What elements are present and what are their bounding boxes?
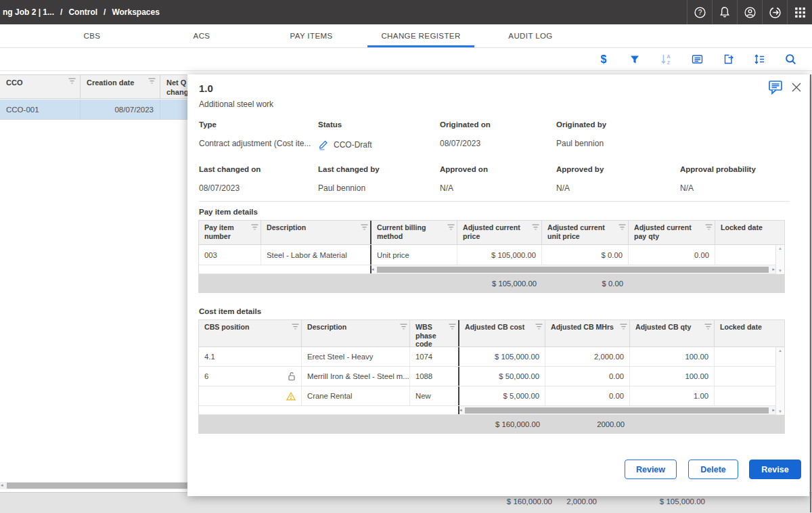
col-adjusted-cb-cost[interactable]: Adjusted CB cost [459,320,545,347]
field-value-originated-on: 08/07/2023 [440,139,480,148]
column-filter-icon[interactable] [535,324,543,330]
notifications-bell-icon[interactable] [712,0,737,24]
horizontal-scrollbar-thumb[interactable] [7,483,188,489]
close-icon[interactable] [791,82,802,95]
column-filter-icon[interactable] [449,324,456,330]
details-card-icon[interactable] [690,53,704,66]
column-filter-icon[interactable] [68,78,76,85]
scroll-left-arrow-icon[interactable]: ◂ [459,407,462,413]
change-detail-panel: 1.0 Additional steel work Type Status Or… [187,74,809,496]
sign-out-icon[interactable] [762,0,787,24]
tab-cbs[interactable]: CBS [37,24,147,47]
col-adjusted-cb-qty[interactable]: Adjusted CB qty [630,320,715,347]
column-header-net-qty-change[interactable]: Net Q chang [160,75,188,98]
pay-item-row[interactable]: 003 Steel - Labor & Material Unit price … [199,245,775,265]
horizontal-scrollbar[interactable]: ◂ [0,482,188,489]
breadcrumb-control[interactable]: Control [68,7,97,17]
cost-item-row[interactable]: Crane Rental New $ 5,000.00 0.00 1.00 [199,386,775,406]
column-filter-icon[interactable] [705,224,713,231]
edit-status-pencil-icon[interactable] [318,139,329,150]
field-label-approved-on: Approved on [440,165,488,173]
col-wbs-phase-code[interactable]: WBS phase code [410,320,459,347]
field-value-originated-by: Paul bennion [556,139,604,148]
scroll-down-arrow-icon[interactable]: ▼ [778,409,782,414]
scroll-right-arrow-icon[interactable]: ▸ [772,407,775,413]
column-filter-icon[interactable] [447,224,455,231]
tab-pay-items[interactable]: PAY ITEMS [256,24,366,47]
col-adjusted-current-price[interactable]: Adjusted current price [457,221,542,244]
pay-table-vertical-scrollbar[interactable]: ▲ ▼ [775,245,784,274]
pay-table-horizontal-scrollbar[interactable]: ◂ ▸ [371,265,775,273]
help-icon[interactable]: ? [687,0,712,24]
col-description[interactable]: Description [302,320,410,347]
col-adjusted-cb-mhrs[interactable]: Adjusted CB MHrs [545,320,630,347]
search-icon[interactable] [784,53,797,66]
cost-table-vertical-scrollbar[interactable]: ▲ ▼ [775,347,784,415]
comments-icon[interactable] [766,79,784,99]
total-adjusted-current-price: $ 105,000.00 [457,274,542,292]
cost-table-horizontal-scrollbar[interactable]: ◂ ▸ [459,406,775,414]
column-header-net-qty-change-label: Net Q chang [166,78,188,95]
vertical-scrollbar[interactable] [810,74,811,512]
row-height-icon[interactable] [752,53,766,66]
app-grid-icon[interactable] [787,0,812,24]
column-filter-icon[interactable] [400,324,407,330]
field-value-status: CCO-Draft [318,139,372,150]
scroll-down-arrow-icon[interactable]: ▼ [778,269,782,273]
tab-audit-log[interactable]: AUDIT LOG [476,24,585,47]
column-filter-icon[interactable] [620,324,627,330]
cell-cco: CCO-001 [0,99,81,119]
breadcrumb-project[interactable]: ng Job 2 | 1... [3,7,54,17]
filter-icon[interactable] [628,53,641,66]
column-filter-icon[interactable] [618,224,626,231]
scroll-up-arrow-icon[interactable]: ▲ [778,246,782,250]
cost-table-totals-row: $ 160,000.00 2000.00 [199,415,784,433]
register-row-cco-001[interactable]: CCO-001 08/07/2023 [0,99,188,120]
col-adjusted-current-pay-qty[interactable]: Adjusted current pay qty [629,221,715,244]
section-divider [199,201,790,202]
cell-adjusted-cb-qty: 1.00 [630,386,715,405]
column-filter-icon[interactable] [292,324,299,330]
column-filter-icon[interactable] [148,78,156,85]
tab-change-register[interactable]: CHANGE REGISTER [366,24,476,47]
scroll-left-arrow-icon[interactable]: ◂ [1,483,3,488]
cost-item-row[interactable]: 6 Merrill Iron & Steel - Steel m... 1088… [199,367,775,386]
column-header-creation-date-label: Creation date [87,78,134,95]
col-locked-date[interactable]: Locked date [715,221,775,244]
currency-toggle-icon[interactable]: $ [597,53,610,66]
scrollbar-thumb[interactable] [465,407,769,414]
cell-description: Crane Rental [302,386,410,405]
column-filter-icon[interactable] [251,224,258,231]
review-button[interactable]: Review [625,460,677,479]
account-icon[interactable] [737,0,762,24]
col-cbs-position[interactable]: CBS position [199,320,302,347]
col-description[interactable]: Description [261,221,371,244]
cost-item-row[interactable]: 4.1 Erect Steel - Heavy 1074 $ 105,000.0… [199,347,775,367]
column-filter-icon[interactable] [361,224,368,231]
field-label-approved-by: Approved by [556,165,604,173]
column-header-cco[interactable]: CCO [0,75,81,98]
scrollbar-thumb[interactable] [377,267,769,273]
col-adjusted-current-unit-price[interactable]: Adjusted current unit price [542,221,629,244]
export-icon[interactable] [721,53,735,66]
column-header-cco-label: CCO [6,78,22,95]
breadcrumb-workspaces[interactable]: Workspaces [112,7,159,17]
scroll-up-arrow-icon[interactable]: ▲ [778,349,782,353]
col-pay-item-number[interactable]: Pay item number [199,221,261,244]
scroll-right-arrow-icon[interactable]: ▸ [772,267,775,272]
cell-description: Erect Steel - Heavy [302,347,410,366]
column-header-creation-date[interactable]: Creation date [81,75,160,98]
cell-pay-item-number: 003 [199,245,261,265]
tab-acs[interactable]: ACS [147,24,256,47]
scroll-left-arrow-icon[interactable]: ◂ [371,267,374,272]
total-adjusted-cb-mhrs: 2000.00 [545,415,630,433]
column-filter-icon[interactable] [532,224,539,231]
delete-button[interactable]: Delete [688,460,738,479]
cell-cbs-position: 6 [199,367,302,386]
revise-button[interactable]: Revise [749,460,801,479]
change-number: 1.0 [199,83,213,94]
sort-az-icon[interactable]: A Z [659,53,673,66]
col-locked-date[interactable]: Locked date [715,320,775,347]
col-current-billing-method[interactable]: Current billing method [371,221,457,244]
column-filter-icon[interactable] [704,324,712,330]
